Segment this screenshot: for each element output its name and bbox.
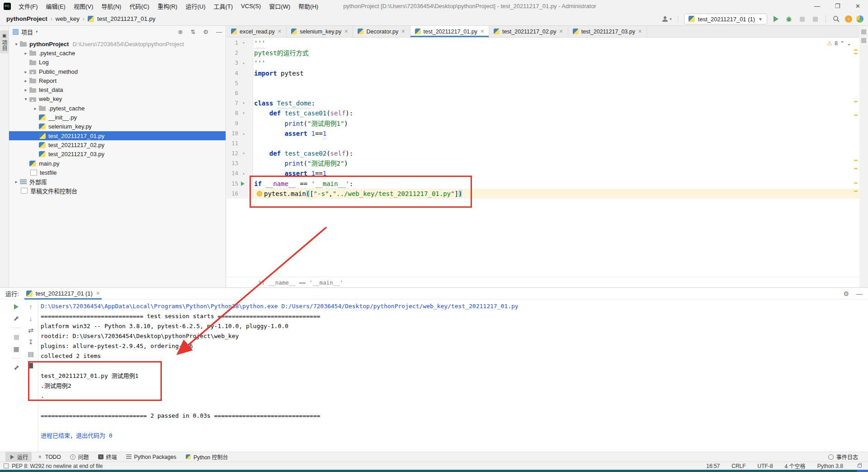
wrench-icon[interactable] xyxy=(13,315,19,322)
editor-tab[interactable]: test_20211217_02.py✕ xyxy=(489,26,568,37)
rerun-button[interactable] xyxy=(14,303,19,310)
code-line[interactable]: 1▾''' xyxy=(226,38,859,48)
close-icon[interactable]: ✕ xyxy=(278,29,282,34)
menu-item[interactable]: 窗口(W) xyxy=(265,0,294,12)
editor-tab[interactable]: excel_read.py✕ xyxy=(226,26,287,37)
code-line[interactable]: 15if __name__ == '__main__': xyxy=(226,179,859,189)
run-line-icon[interactable] xyxy=(241,181,245,186)
code-line[interactable]: 6 xyxy=(226,88,859,98)
toolwindow-list-button[interactable]: ≡TODO xyxy=(33,453,64,461)
toolwindow-python-button[interactable]: Python 控制台 xyxy=(182,452,232,462)
tree-item[interactable]: Log xyxy=(9,58,226,67)
stop-button[interactable] xyxy=(14,334,19,341)
tree-chevron-icon[interactable]: ▸ xyxy=(13,179,20,184)
soft-wrap-icon[interactable]: ⇄ xyxy=(28,327,33,334)
gear-icon[interactable]: ⚙ xyxy=(843,290,849,297)
tree-item[interactable]: __init__.py xyxy=(9,113,226,122)
tool-stripe-icon[interactable] xyxy=(861,29,866,34)
breadcrumb-item[interactable]: test_20211217_01.py xyxy=(97,15,156,22)
tool-window-toggle-icon[interactable] xyxy=(4,463,9,468)
code-line[interactable]: 4import pytest xyxy=(226,68,859,78)
pin-icon[interactable] xyxy=(14,364,19,371)
editor-tab[interactable]: selenium_key.py✕ xyxy=(287,26,353,37)
tree-chevron-icon[interactable]: ▸ xyxy=(22,87,29,92)
status-item[interactable]: Python 3.8 xyxy=(817,463,843,469)
menu-item[interactable]: VCS(S) xyxy=(237,0,265,12)
tree-item[interactable]: test_20211217_03.py xyxy=(9,150,226,159)
project-panel-title[interactable]: 项目 xyxy=(21,28,33,36)
menu-item[interactable]: 重构(R) xyxy=(153,0,181,12)
tree-item[interactable]: testfile xyxy=(9,168,226,177)
fold-marker-icon[interactable]: ▴ xyxy=(238,168,249,178)
code-line[interactable]: 5 xyxy=(226,78,859,88)
error-stripe[interactable] xyxy=(853,47,859,274)
run-with-coverage-button[interactable] xyxy=(797,14,807,24)
breadcrumb-item[interactable]: web_key xyxy=(56,15,80,22)
run-config-selector[interactable]: test_20211217_01 (1) ▼ xyxy=(684,14,767,24)
breadcrumb-item[interactable]: pythonProject xyxy=(6,15,47,22)
tree-item[interactable]: ▸test_data xyxy=(9,85,226,94)
run-button[interactable] xyxy=(771,14,780,24)
maximize-button[interactable]: ❐ xyxy=(827,0,848,12)
tree-item[interactable]: ▾pythonProjectD:\Users\72036454\Desktop\… xyxy=(9,39,226,48)
toolwindow-terminal-button[interactable]: ›终端 xyxy=(94,452,120,462)
tree-item[interactable]: ▸Public_method xyxy=(9,67,226,76)
status-item[interactable]: 4 个空格 xyxy=(785,462,806,470)
code-line[interactable]: 9 print("测试用例1") xyxy=(226,119,859,129)
menu-item[interactable]: 代码(C) xyxy=(125,0,153,12)
clear-console-icon[interactable] xyxy=(28,362,33,369)
hide-panel-icon[interactable]: — xyxy=(216,29,222,35)
tool-stripe-icon[interactable] xyxy=(861,38,866,43)
close-icon[interactable]: ✕ xyxy=(638,29,642,34)
tree-chevron-icon[interactable]: ▸ xyxy=(22,69,29,74)
fold-marker-icon[interactable]: ▾ xyxy=(238,98,249,108)
menu-item[interactable]: 帮助(H) xyxy=(294,0,322,12)
tree-chevron-icon[interactable]: ▸ xyxy=(32,106,39,111)
tool-stripe-project[interactable]: ▣ 项目 xyxy=(0,30,9,53)
hide-panel-icon[interactable]: — xyxy=(856,290,863,297)
menu-item[interactable]: 文件(F) xyxy=(14,0,42,12)
close-icon[interactable]: ✕ xyxy=(96,291,100,296)
fold-marker-icon[interactable]: ▴ xyxy=(238,129,249,138)
tree-chevron-icon[interactable]: ▾ xyxy=(13,42,20,47)
fold-marker-icon[interactable]: ▾ xyxy=(238,108,249,118)
menu-item[interactable]: 编辑(E) xyxy=(42,0,70,12)
chevron-down-icon[interactable]: ▾ xyxy=(36,29,38,34)
collapse-all-icon[interactable]: ⇅ xyxy=(190,29,195,35)
tree-item[interactable]: ▸外部库 xyxy=(9,177,226,186)
menu-item[interactable]: 工具(T) xyxy=(209,0,237,12)
minimize-button[interactable]: — xyxy=(807,0,827,12)
run-tab[interactable]: test_20211217_01 (1) ✕ xyxy=(24,288,102,300)
close-icon[interactable]: ✕ xyxy=(480,29,484,34)
fold-marker-icon[interactable]: ▾ xyxy=(238,38,249,48)
code-line[interactable]: 13 print("测试用例2") xyxy=(226,158,859,168)
menu-item[interactable]: 视图(V) xyxy=(70,0,97,12)
code-line[interactable]: 7▾class Test_dome: xyxy=(226,98,859,108)
tree-item[interactable]: selenium_key.py xyxy=(9,122,226,131)
tree-chevron-icon[interactable]: ▾ xyxy=(22,96,29,101)
tree-item[interactable]: test_20211217_01.py xyxy=(9,131,226,140)
menu-item[interactable]: 运行(U) xyxy=(181,0,209,12)
code-line[interactable]: 3▴''' xyxy=(226,58,859,68)
tree-item[interactable]: ▾web_key xyxy=(9,95,226,104)
code-line[interactable]: 11 xyxy=(226,138,859,148)
code-line[interactable]: 8▾ def test_case01(self): xyxy=(226,108,859,118)
fold-marker-icon[interactable]: ▾ xyxy=(238,148,249,158)
tree-item[interactable]: 草稿文件和控制台 xyxy=(9,186,226,195)
tree-chevron-icon[interactable]: ▸ xyxy=(22,78,29,83)
code-line[interactable]: 10▴ assert 1==1 xyxy=(226,129,859,138)
tree-item[interactable]: main.py xyxy=(9,159,226,168)
close-icon[interactable]: ✕ xyxy=(344,29,348,34)
gear-icon[interactable]: ⚙ xyxy=(203,29,208,35)
search-everywhere-icon[interactable] xyxy=(832,14,841,24)
code-line[interactable]: 14▴ assert 1==1 xyxy=(226,168,859,178)
intention-bulb-icon[interactable] xyxy=(257,191,262,196)
close-icon[interactable]: ✕ xyxy=(401,29,405,34)
close-button[interactable]: ✕ xyxy=(848,0,868,12)
editor-tab[interactable]: Decorator.py✕ xyxy=(353,26,410,37)
tree-item[interactable]: ▸.pytest_cache xyxy=(9,104,226,113)
stop-button[interactable] xyxy=(811,14,820,24)
lock-icon[interactable] xyxy=(858,464,862,467)
tree-item[interactable]: ▸.pytest_cache xyxy=(9,48,226,57)
tree-item[interactable]: ▸Report xyxy=(9,76,226,85)
